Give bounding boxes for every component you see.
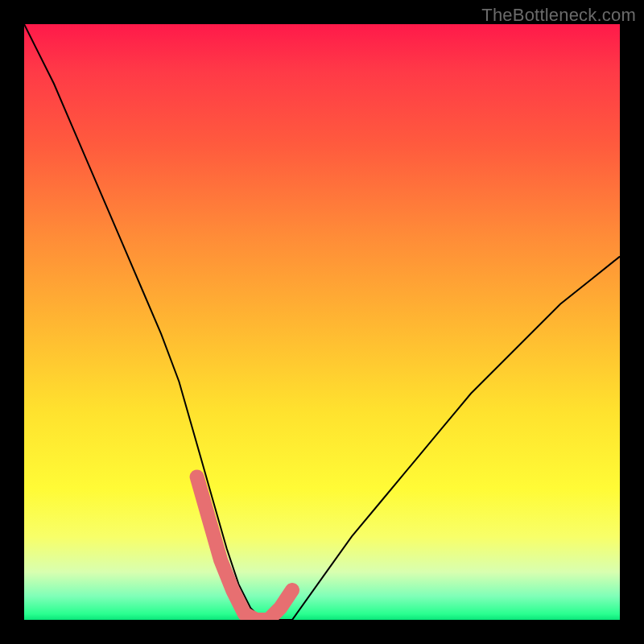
watermark-text: TheBottleneck.com <box>481 5 636 26</box>
optimal-range-highlight <box>197 477 292 620</box>
chart-svg <box>24 24 620 620</box>
chart-plot-area <box>24 24 620 620</box>
bottleneck-curve <box>24 24 620 620</box>
